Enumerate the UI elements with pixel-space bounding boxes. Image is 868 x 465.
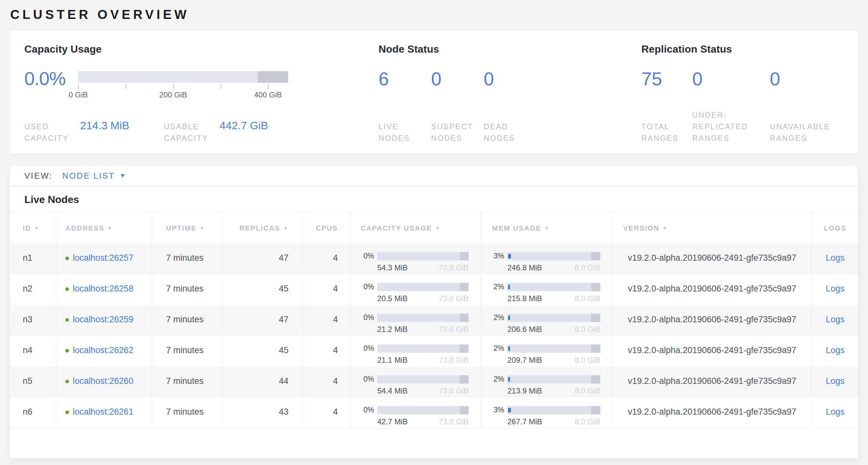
node-id-cell: n6: [10, 397, 56, 428]
unavailable-ranges-value: 0: [770, 69, 845, 89]
logs-link[interactable]: Logs: [826, 407, 845, 416]
logs-link[interactable]: Logs: [826, 253, 845, 263]
mem-bar-end-segment: [591, 375, 600, 383]
replication-status-title: Replication Status: [641, 43, 845, 55]
capacity-bar-end-segment: [460, 283, 469, 291]
total-ranges-label: TOTAL RANGES: [641, 121, 686, 144]
column-header-id[interactable]: ID ▼: [10, 213, 56, 243]
logs-link[interactable]: Logs: [826, 315, 845, 324]
capacity-total-value: 73.8 GiB: [439, 325, 469, 334]
capacity-bar-end-segment: [460, 406, 469, 414]
table-row: n3 localhost:26259 7 minutes 47 4 0% 21.…: [10, 305, 858, 336]
view-selector-dropdown[interactable]: NODE LIST ▼: [62, 171, 125, 181]
tick-mark: [126, 84, 126, 89]
under-replicated-ranges-label: UNDER-REPLICATED RANGES: [692, 109, 769, 144]
chevron-down-icon: ▼: [119, 173, 126, 179]
nodes-card: VIEW: NODE LIST ▼ Live Nodes ID ▼ ADDRES…: [10, 165, 858, 459]
suspect-nodes-stat: 0 SUSPECT NODES: [431, 69, 484, 144]
column-header-mem-usage[interactable]: MEM USAGE ▼: [481, 213, 613, 243]
suspect-nodes-label: SUSPECT NODES: [431, 121, 479, 144]
used-capacity-value: 214.3 MiB: [80, 119, 129, 132]
sort-icon: ▼: [662, 226, 668, 231]
live-status-dot-icon: [65, 410, 69, 414]
node-address-link[interactable]: localhost:26262: [73, 345, 133, 355]
capacity-used-value: 54.4 MiB: [377, 386, 408, 396]
capacity-gauge-unusable-segment: [258, 71, 288, 83]
table-header-row: ID ▼ ADDRESS ▼ UPTIME ▼ REPLICAS ▼ CPUS …: [10, 213, 858, 243]
capacity-usage-bar: [377, 314, 469, 322]
cpus-cell: 4: [303, 336, 351, 367]
logs-link[interactable]: Logs: [826, 376, 845, 386]
live-status-dot-icon: [65, 349, 69, 352]
capacity-used-value: 42.7 MiB: [377, 417, 408, 426]
mem-percent-label: 3%: [491, 252, 504, 260]
capacity-usage-bar: [377, 283, 469, 291]
mem-bar-fill: [508, 346, 510, 351]
mem-total-value: 8.0 GiB: [575, 294, 600, 303]
column-header-logs: LOGS: [811, 213, 859, 243]
node-address-link[interactable]: localhost:26257: [73, 253, 133, 263]
version-cell: v19.2.0-alpha.20190606-2491-gfe735c9a97: [613, 367, 811, 397]
replication-status-section: Replication Status 75 TOTAL RANGES 0 UND…: [641, 43, 845, 144]
logs-link[interactable]: Logs: [826, 284, 845, 293]
version-cell: v19.2.0-alpha.20190606-2491-gfe735c9a97: [613, 397, 811, 428]
total-ranges-stat: 75 TOTAL RANGES: [641, 69, 692, 144]
mem-used-value: 209.7 MiB: [507, 356, 542, 365]
uptime-cell: 7 minutes: [152, 305, 223, 336]
node-address-link[interactable]: localhost:26261: [73, 407, 133, 417]
column-header-replicas[interactable]: REPLICAS ▼: [223, 213, 303, 243]
column-header-capacity-usage[interactable]: CAPACITY USAGE ▼: [351, 213, 481, 243]
table-row: n5 localhost:26260 7 minutes 44 4 0% 54.…: [10, 367, 858, 397]
node-address-link[interactable]: localhost:26260: [73, 376, 133, 386]
capacity-usage-cell: 0% 42.7 MiB 73.8 GiB: [351, 397, 481, 428]
logs-link[interactable]: Logs: [826, 345, 845, 355]
node-id-cell: n3: [10, 305, 56, 336]
usable-capacity-stat: USABLE CAPACITY 442.7 GiB: [164, 119, 268, 144]
node-address-link[interactable]: localhost:26258: [73, 284, 133, 294]
capacity-usage-cell: 0% 54.4 MiB 73.8 GiB: [351, 367, 481, 397]
mem-usage-cell: 3% 267.7 MiB 8.0 GiB: [481, 397, 613, 428]
mem-bar-fill: [508, 285, 510, 289]
tick-label: 0 GiB: [69, 90, 88, 99]
cpus-cell: 4: [303, 397, 351, 428]
mem-percent-label: 2%: [491, 344, 504, 353]
capacity-gauge-track: [78, 71, 288, 83]
dead-nodes-value: 0: [484, 69, 532, 89]
replicas-cell: 45: [223, 274, 303, 305]
mem-bar-fill: [508, 254, 511, 259]
table-row: n2 localhost:26258 7 minutes 45 4 0% 20.…: [10, 274, 858, 305]
live-nodes-label: LIVE NODES: [378, 121, 427, 144]
column-header-uptime[interactable]: UPTIME ▼: [152, 213, 223, 243]
node-id-cell: n1: [10, 243, 56, 274]
sort-icon: ▼: [108, 226, 113, 231]
column-header-address[interactable]: ADDRESS ▼: [56, 213, 152, 243]
column-header-cpus: CPUS: [303, 213, 351, 243]
node-status-title: Node Status: [378, 43, 641, 55]
node-address-cell: localhost:26260: [56, 367, 152, 397]
capacity-used-value: 54.3 MiB: [377, 263, 408, 272]
capacity-usage-cell: 0% 20.5 MiB 73.8 GiB: [351, 274, 481, 305]
column-header-version[interactable]: VERSION ▼: [613, 213, 811, 243]
capacity-percent-label: 0%: [361, 252, 374, 260]
tick-label: 200 GiB: [159, 90, 187, 99]
node-address-cell: localhost:26257: [56, 243, 152, 274]
version-cell: v19.2.0-alpha.20190606-2491-gfe735c9a97: [613, 274, 811, 305]
dead-nodes-label: DEAD NODES: [484, 121, 532, 144]
live-nodes-value: 6: [378, 69, 431, 89]
mem-percent-label: 3%: [491, 406, 504, 414]
uptime-cell: 7 minutes: [152, 274, 223, 305]
mem-bar-end-segment: [591, 406, 600, 414]
usable-capacity-value: 442.7 GiB: [220, 119, 268, 132]
mem-bar-fill: [508, 316, 510, 320]
node-address-cell: localhost:26258: [56, 274, 152, 305]
node-address-link[interactable]: localhost:26259: [73, 315, 133, 324]
capacity-usage-bar: [377, 375, 469, 383]
sort-icon: ▼: [545, 226, 550, 231]
mem-bar-end-segment: [591, 314, 600, 322]
live-status-dot-icon: [65, 318, 69, 322]
mem-usage-bar: [507, 406, 600, 414]
capacity-usage-bar: [377, 252, 469, 260]
mem-total-value: 8.0 GiB: [575, 386, 600, 396]
sort-icon: ▼: [34, 226, 39, 231]
node-id-cell: n2: [10, 274, 56, 305]
